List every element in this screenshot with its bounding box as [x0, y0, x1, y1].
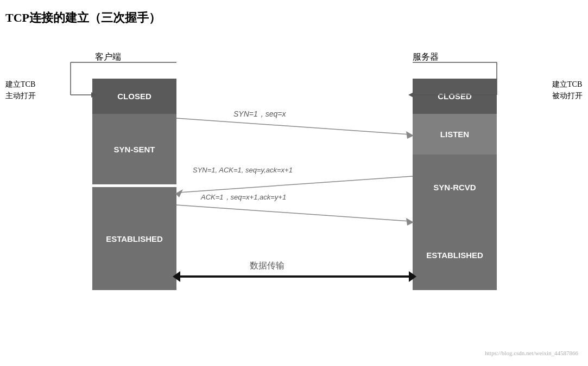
server-label: 服务器: [413, 52, 439, 63]
svg-marker-11: [175, 189, 183, 197]
svg-text:数据传输: 数据传输: [250, 261, 284, 270]
client-label: 客户端: [95, 52, 121, 63]
server-syn-rcvd-state: SYN-RCVD: [413, 155, 497, 220]
server-established-state: ESTABLISHED: [413, 220, 497, 290]
client-syn-sent-state: SYN-SENT: [92, 114, 176, 184]
svg-line-12: [176, 205, 410, 221]
page-title: TCP连接的建立（三次握手）: [5, 10, 161, 26]
svg-line-10: [179, 176, 413, 192]
svg-line-8: [176, 118, 410, 134]
client-established-state: ESTABLISHED: [92, 187, 176, 290]
client-closed-state: CLOSED: [92, 79, 176, 114]
diagram-svg: SYN=1，seq=x SYN=1, ACK=1, seq=y,ack=x+1 …: [0, 0, 588, 366]
svg-text:SYN=1, ACK=1, seq=y,ack=x+1: SYN=1, ACK=1, seq=y,ack=x+1: [193, 166, 293, 174]
svg-text:SYN=1，seq=x: SYN=1，seq=x: [233, 110, 286, 118]
server-closed-state: CLOSED: [413, 79, 497, 114]
note-right: 建立TCB被动打开: [552, 79, 583, 101]
watermark: https://blog.csdn.net/weixin_44587866: [485, 350, 578, 356]
note-left: 建立TCB主动打开: [5, 79, 36, 101]
server-listen-state: LISTEN: [413, 114, 497, 155]
svg-text:ACK=1，seq=x+1,ack=y+1: ACK=1，seq=x+1,ack=y+1: [200, 193, 286, 201]
